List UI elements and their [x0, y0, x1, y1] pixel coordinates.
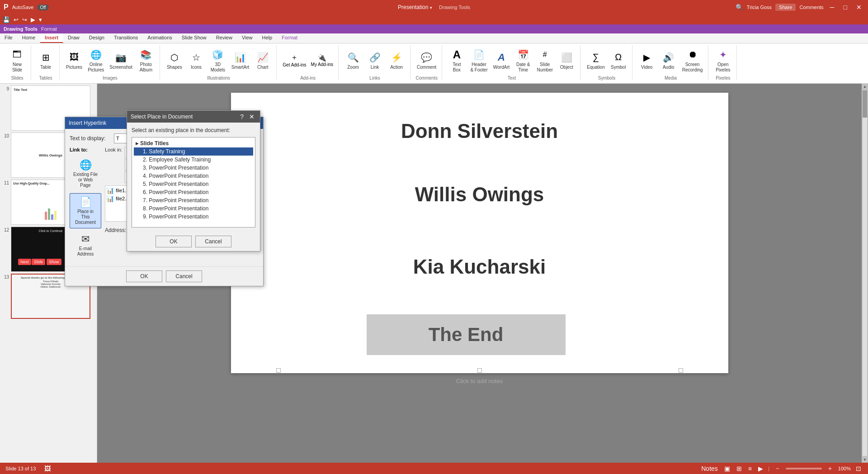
place-dialog-help-btn[interactable]: ?	[238, 113, 245, 120]
place-doc-icon: 📄	[80, 196, 92, 208]
tree-item-2[interactable]: 2. Employee Safety Training	[134, 156, 253, 164]
tree-item-8-label: 8. PowerPoint Presentation	[143, 205, 208, 212]
pptx-icon-2: 📊	[106, 195, 114, 202]
tree-item-1-label: 1. Safety Training	[143, 148, 185, 155]
hyperlink-dialog-footer: OK Cancel	[65, 266, 263, 286]
pptx-icon-1: 📊	[106, 187, 114, 194]
link-types-list: 🌐 Existing File or Web Page 📄 Place in T…	[70, 154, 101, 262]
place-dialog-footer: OK Cancel	[127, 232, 260, 251]
tree-item-7-label: 7. PowerPoint Presentation	[143, 197, 208, 204]
hyperlink-cancel-btn[interactable]: Cancel	[166, 270, 202, 282]
existing-file-label: Existing File or Web Page	[73, 172, 98, 188]
tree-item-6-label: 6. PowerPoint Presentation	[143, 189, 208, 195]
place-dialog-titlebar-btns: ? ✕	[238, 113, 256, 120]
place-dialog-body: Select an existing place in the document…	[127, 123, 260, 232]
tree-item-1[interactable]: 1. Safety Training	[134, 147, 253, 156]
look-in-label: Look in:	[105, 147, 123, 183]
tree-item-4-label: 4. PowerPoint Presentation	[143, 173, 208, 179]
tree-item-9[interactable]: 9. PowerPoint Presentation	[134, 213, 253, 221]
email-label: E-mail Address	[73, 246, 98, 257]
tree-item-5-label: 5. PowerPoint Presentation	[143, 181, 208, 187]
tree-item-7[interactable]: 7. PowerPoint Presentation	[134, 196, 253, 204]
place-cancel-btn[interactable]: Cancel	[195, 236, 231, 247]
dialog-overlay: Insert Hyperlink ✕ Text to display: Scre…	[0, 0, 868, 474]
tree-item-4[interactable]: 4. PowerPoint Presentation	[134, 172, 253, 180]
select-place-dialog: Select Place in Document ? ✕ Select an e…	[127, 110, 260, 251]
link-type-place[interactable]: 📄 Place in This Document	[70, 193, 101, 228]
place-dialog-close-btn[interactable]: ✕	[247, 113, 256, 120]
link-type-email[interactable]: ✉ E-mail Address	[70, 230, 101, 260]
email-icon: ✉	[81, 233, 90, 245]
tree-expand-icon: ▸	[136, 140, 138, 147]
text-display-label: Text to display:	[70, 135, 110, 142]
tree-item-2-label: 2. Employee Safety Training	[143, 156, 211, 163]
place-dialog-title: Select Place in Document	[131, 114, 193, 120]
link-to-label: Link to:	[70, 147, 101, 152]
place-description: Select an existing place in the document…	[132, 127, 255, 133]
hyperlink-ok-btn[interactable]: OK	[126, 270, 162, 282]
slide-tree: ▸ Slide Titles 1. Safety Training 2. Emp…	[132, 137, 255, 228]
place-ok-btn[interactable]: OK	[156, 236, 192, 247]
tree-parent-label: Slide Titles	[140, 140, 169, 147]
tree-item-8[interactable]: 8. PowerPoint Presentation	[134, 204, 253, 213]
place-doc-label: Place in This Document	[73, 209, 98, 225]
link-type-existing[interactable]: 🌐 Existing File or Web Page	[70, 156, 101, 191]
place-dialog-titlebar: Select Place in Document ? ✕	[127, 111, 260, 123]
tree-item-9-label: 9. PowerPoint Presentation	[143, 213, 208, 220]
existing-file-icon: 🌐	[80, 159, 92, 171]
tree-item-3-label: 3. PowerPoint Presentation	[143, 165, 208, 171]
tree-parent-slide-titles[interactable]: ▸ Slide Titles	[134, 139, 253, 147]
tree-item-6[interactable]: 6. PowerPoint Presentation	[134, 188, 253, 196]
link-types-panel: Link to: 🌐 Existing File or Web Page 📄 P…	[70, 147, 101, 262]
tree-item-5[interactable]: 5. PowerPoint Presentation	[134, 180, 253, 188]
tree-item-3[interactable]: 3. PowerPoint Presentation	[134, 164, 253, 172]
hyperlink-dialog-title: Insert Hyperlink	[69, 120, 106, 126]
